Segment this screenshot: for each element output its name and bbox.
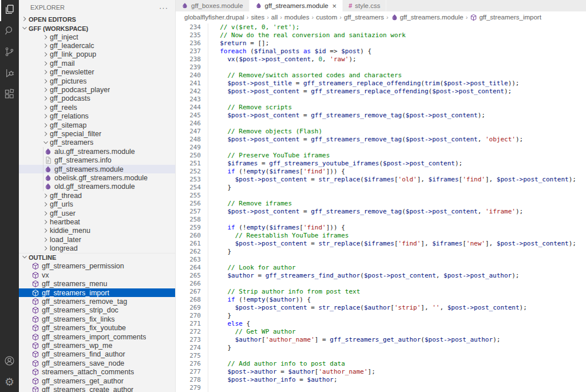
outline-item[interactable]: vx	[19, 271, 175, 279]
outline-item[interactable]: gff_streamers_wp_me	[19, 341, 175, 350]
tree-folder[interactable]: gff_leadercalc	[19, 41, 175, 50]
code-line[interactable]: 259 if (!empty($iframes['find'])) {	[176, 224, 586, 232]
code-line[interactable]: 263	[176, 256, 586, 264]
tree-folder[interactable]: gff_urls	[19, 200, 175, 208]
tree-folder[interactable]: gff_link_popup	[19, 50, 175, 59]
line-number[interactable]: 267	[176, 288, 201, 296]
line-number[interactable]: 272	[176, 328, 201, 336]
code-line[interactable]: 256 // Remove iframes	[176, 200, 586, 208]
outline-item[interactable]: gff_streamers_get_author	[19, 377, 175, 385]
line-number[interactable]: 255	[176, 192, 201, 200]
tree-folder[interactable]: gff_inject	[19, 33, 175, 41]
code-line[interactable]: 247 // Remove objects (Flash)	[176, 128, 586, 136]
extensions-button[interactable]	[0, 85, 19, 106]
code-line[interactable]: 249	[176, 144, 586, 152]
code-line[interactable]: 278 $post->author_info = $author;	[176, 376, 586, 384]
outline-item[interactable]: gff_streamers_import	[19, 288, 175, 297]
code-line[interactable]: 236 $return = [];	[176, 39, 586, 47]
settings-gear-button[interactable]: ⚙	[0, 372, 19, 392]
breadcrumb-item[interactable]: sites	[251, 14, 265, 21]
code-line[interactable]: 274 }	[176, 344, 586, 352]
tree-file[interactable]: gff_streamers.info	[19, 156, 175, 164]
line-number[interactable]: 238	[176, 56, 201, 64]
code-line[interactable]: 261 $post->post_content = str_replace($i…	[176, 240, 586, 248]
code-line[interactable]: 255	[176, 192, 586, 200]
code-line[interactable]: 244 // Remove scripts	[176, 104, 586, 112]
outline-item[interactable]: gff_streamers_find_author	[19, 350, 175, 359]
outline-item[interactable]: gff_streamers_remove_tag	[19, 297, 175, 306]
line-number[interactable]: 252	[176, 168, 201, 176]
line-number[interactable]: 269	[176, 304, 201, 312]
code-line[interactable]: 260 // Reestablish YouTube iframes	[176, 232, 586, 240]
line-number[interactable]: 251	[176, 160, 201, 168]
tree-folder[interactable]: gff_relations	[19, 112, 175, 121]
breadcrumb-item[interactable]: gff_streamers.module	[391, 14, 464, 21]
code-line[interactable]: 273 $author['author_name'] = gff_streame…	[176, 336, 586, 344]
code-line[interactable]: 268 if (!empty($author)) {	[176, 296, 586, 304]
code-line[interactable]: 266	[176, 280, 586, 288]
tree-folder[interactable]: gff_mail	[19, 59, 175, 68]
section-workspace[interactable]: GFF (WORKSPACE)	[19, 24, 175, 33]
code-line[interactable]: 234 // v($ret, 0, 'ret');	[176, 23, 586, 31]
tree-folder[interactable]: heartbeat	[19, 217, 175, 226]
tree-file[interactable]: alu.gff_streamers.module	[19, 147, 175, 156]
tree-folder[interactable]: gff_user	[19, 209, 175, 217]
tree-folder[interactable]: gff_podcast_player	[19, 85, 175, 94]
line-number[interactable]: 247	[176, 128, 201, 136]
line-number[interactable]: 265	[176, 272, 201, 280]
line-number[interactable]: 263	[176, 256, 201, 264]
outline-item[interactable]: gff_streamers_import_comments	[19, 332, 175, 341]
code-line[interactable]: 245 $post->post_content = gff_streamers_…	[176, 112, 586, 120]
code-line[interactable]: 270 }	[176, 312, 586, 320]
line-number[interactable]: 253	[176, 176, 201, 184]
code-line[interactable]: 251 $iframes = gff_streamers_youtube_ifr…	[176, 160, 586, 168]
line-number[interactable]: 248	[176, 136, 201, 144]
tree-folder[interactable]: gff_streamers	[19, 138, 175, 147]
editor-tab[interactable]: gff_streamers.module×	[250, 0, 343, 11]
line-number[interactable]: 268	[176, 296, 201, 304]
more-actions-icon[interactable]: ···	[159, 3, 168, 12]
tree-folder[interactable]: load_later	[19, 235, 175, 244]
source-control-button[interactable]	[0, 42, 19, 64]
account-button[interactable]	[0, 352, 19, 372]
line-number[interactable]: 258	[176, 216, 201, 224]
code-line[interactable]: 240 // Remove/switch assorted codes and …	[176, 72, 586, 80]
line-number[interactable]: 275	[176, 352, 201, 360]
editor-tab[interactable]: gff_boxes.module	[176, 0, 250, 11]
code-line[interactable]: 262 }	[176, 248, 586, 256]
outline-item[interactable]: gff_streamers_fix_youtube	[19, 324, 175, 332]
tree-folder[interactable]: gff_newsletter	[19, 68, 175, 77]
code-line[interactable]: 241 $post->post_title = gff_streamers_re…	[176, 80, 586, 88]
code-line[interactable]: 279	[176, 384, 586, 392]
line-number[interactable]: 245	[176, 112, 201, 120]
breadcrumb-item[interactable]: gff_streamers_import	[470, 14, 541, 21]
outline-item[interactable]: gff_streamers_menu	[19, 280, 175, 288]
tree-folder[interactable]: kiddie_menu	[19, 227, 175, 235]
code-line[interactable]: 265 $author = gff_streamers_find_author(…	[176, 272, 586, 280]
code-line[interactable]: 258	[176, 216, 586, 224]
code-line[interactable]: 269 $post->post_content = str_replace($a…	[176, 304, 586, 312]
tree-file[interactable]: gff_streamers.module	[19, 165, 175, 173]
line-number[interactable]: 279	[176, 384, 201, 392]
code-line[interactable]: 246	[176, 120, 586, 128]
line-number[interactable]: 239	[176, 64, 201, 72]
line-number[interactable]: 274	[176, 344, 201, 352]
code-line[interactable]: 275	[176, 352, 586, 360]
section-outline[interactable]: OUTLINE	[19, 253, 175, 262]
tree-file[interactable]: obelisk.gff_streamers.module	[19, 173, 175, 182]
breadcrumb-item[interactable]: modules	[284, 14, 309, 21]
line-number[interactable]: 273	[176, 336, 201, 344]
line-number[interactable]: 271	[176, 320, 201, 328]
code-line[interactable]: 248 $post->post_content = gff_streamers_…	[176, 136, 586, 144]
code-line[interactable]: 272 // Get WP author	[176, 328, 586, 336]
code-line[interactable]: 264 // Look for author	[176, 264, 586, 272]
code-line[interactable]: 235 // Now do the real conversion and sa…	[176, 31, 586, 39]
line-number[interactable]: 261	[176, 240, 201, 248]
code-line[interactable]: 267 // Strip author info from post text	[176, 288, 586, 296]
tree-folder[interactable]: gff_special_filter	[19, 129, 175, 138]
line-number[interactable]: 266	[176, 280, 201, 288]
line-number[interactable]: 243	[176, 96, 201, 104]
line-number[interactable]: 257	[176, 208, 201, 216]
code-line[interactable]: 277 $post->author = $author['author_name…	[176, 368, 586, 376]
line-number[interactable]: 235	[176, 31, 201, 39]
